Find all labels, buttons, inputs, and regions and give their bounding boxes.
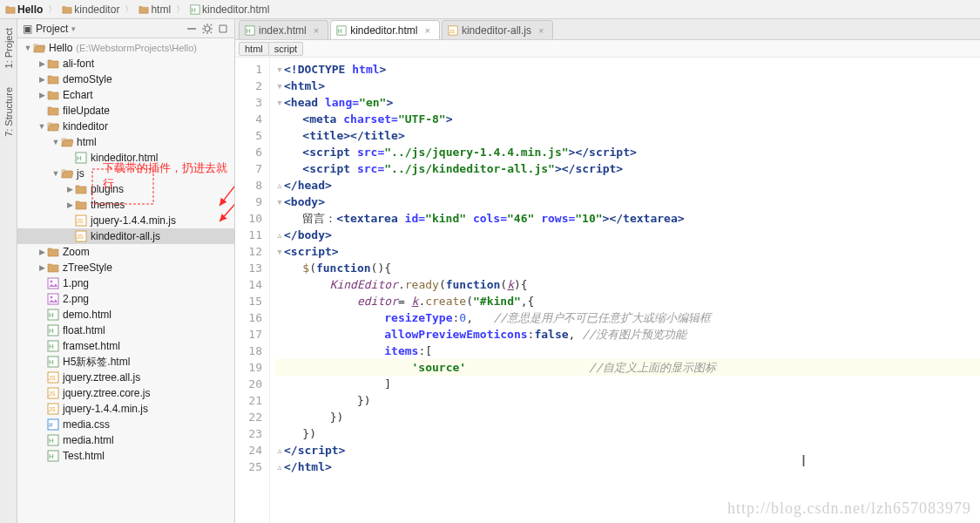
tree-arrow-right-icon[interactable]: ▶ [37, 91, 47, 99]
project-view-combo[interactable]: ▣ [23, 23, 32, 35]
js-icon [47, 387, 59, 399]
code-line[interactable]: ▾<body> [275, 194, 980, 210]
project-tree[interactable]: 下载带的插件，扔进去就行 ▼Hello(E:\WebstormProjects\… [17, 38, 234, 523]
tree-arrow-right-icon[interactable]: ▶ [37, 263, 47, 272]
folder-icon [47, 262, 59, 274]
tree-item[interactable]: ▶plugins [17, 181, 234, 197]
code-line[interactable]: }) [275, 392, 980, 409]
html-icon [47, 450, 59, 462]
tree-item[interactable]: ▼html [17, 134, 234, 150]
editor-tab[interactable]: kindeditor-all.js× [442, 20, 553, 39]
editor-tab[interactable]: index.html× [239, 20, 328, 39]
hide-icon[interactable] [217, 23, 229, 35]
gutter-line: 7 [235, 160, 262, 177]
code-line[interactable]: $(function(){ [275, 260, 980, 276]
js-icon [448, 25, 458, 36]
code-line[interactable]: ▾<html> [275, 78, 980, 94]
tree-item[interactable]: ▼kindeditor [17, 119, 234, 134]
code-line[interactable]: editor= k.create("#kind",{ [275, 293, 980, 309]
breadcrumb-item[interactable]: kindeditor.html [190, 3, 269, 16]
editor-tab[interactable]: kindeditor.html× [330, 20, 440, 39]
code-line[interactable]: ] [275, 376, 980, 392]
tree-item[interactable]: media.html [17, 432, 234, 448]
tree-arrow-right-icon[interactable]: ▶ [64, 185, 75, 194]
tree-item[interactable]: ▶Zoom [17, 244, 234, 260]
tool-tab-project[interactable]: 1: Project [2, 23, 16, 73]
tree-arrow-right-icon[interactable]: ▶ [37, 75, 47, 84]
code-line[interactable]: 留言：<textarea id="kind" cols="46" rows="1… [275, 210, 980, 227]
gutter-line: 20 [235, 376, 262, 392]
tree-item[interactable]: float.html [17, 323, 234, 338]
tree-item-label: themes [91, 199, 125, 211]
tree-arrow-down-icon[interactable]: ▼ [37, 122, 47, 131]
chevron-right-icon: 〉 [123, 3, 135, 16]
tree-item[interactable]: ▶ali-font [17, 56, 234, 71]
tree-item[interactable]: jquery-1.4.4.min.js [17, 213, 234, 228]
code-line[interactable]: <script src="../js/kindeditor-all.js"></… [275, 160, 980, 177]
tree-item[interactable]: kindeditor-all.js [17, 228, 234, 244]
close-icon[interactable]: × [314, 25, 319, 36]
project-panel-header: ▣ Project ▾ [17, 19, 234, 38]
tree-item[interactable]: jquery.ztree.core.js [17, 385, 234, 401]
tree-item[interactable]: ▶zTreeStyle [17, 260, 234, 275]
code-line[interactable]: ▾<script> [275, 243, 980, 260]
img-icon [47, 277, 59, 289]
tree-item[interactable]: kindeditor.html [17, 150, 234, 166]
js-icon [47, 371, 59, 384]
tree-item[interactable]: Test.html [17, 448, 234, 464]
tree-item[interactable]: ▼js [17, 166, 234, 181]
tree-item[interactable]: framset.html [17, 338, 234, 354]
code-line[interactable]: 'source' //自定义上面的显示图标 [275, 359, 980, 376]
code-line[interactable]: <script src="../js/jquery-1.4.4.min.js">… [275, 144, 980, 160]
code-line[interactable]: allowPreviewEmoticons:false, //没有图片预览功能 [275, 326, 980, 343]
gutter-line: 16 [235, 309, 262, 326]
tree-item[interactable]: jquery.ztree.all.js [17, 370, 234, 385]
code-line[interactable]: ▾<!DOCTYPE html> [275, 61, 980, 78]
structure-crumb[interactable]: script [268, 42, 303, 56]
tree-arrow-down-icon[interactable]: ▼ [51, 169, 61, 178]
code-line[interactable]: ▵</body> [275, 227, 980, 243]
tree-arrow-right-icon[interactable]: ▶ [37, 59, 47, 68]
breadcrumb-item[interactable]: Hello [5, 3, 43, 16]
code-line[interactable]: ▵</head> [275, 177, 980, 194]
tree-item[interactable]: ▶themes [17, 197, 234, 213]
code-line[interactable]: ▵</html> [275, 458, 980, 475]
tree-item[interactable]: ▼Hello(E:\WebstormProjects\Hello) [17, 40, 234, 56]
tree-item[interactable]: 1.png [17, 275, 234, 291]
tree-arrow-right-icon[interactable]: ▶ [64, 200, 75, 209]
tree-item[interactable]: H5新标签.html [17, 354, 234, 370]
tree-arrow-down-icon[interactable]: ▼ [51, 138, 61, 146]
code-editor[interactable]: ▾<!DOCTYPE html>▾<html>▾<head lang="en">… [270, 58, 980, 523]
tree-item[interactable]: ▶demoStyle [17, 71, 234, 87]
code-line[interactable]: <title></title> [275, 127, 980, 144]
tree-item-label: media.css [63, 418, 110, 431]
tree-item[interactable]: 2.png [17, 291, 234, 307]
breadcrumb-label: Hello [17, 3, 43, 16]
code-line[interactable]: }) [275, 425, 980, 442]
code-line[interactable]: items:[ [275, 343, 980, 359]
chevron-right-icon: 〉 [46, 3, 58, 16]
code-line[interactable]: }) [275, 409, 980, 425]
close-icon[interactable]: × [538, 25, 544, 36]
breadcrumb-item[interactable]: kindeditor [62, 3, 119, 16]
code-line[interactable]: ▵</script> [275, 442, 980, 458]
gear-icon[interactable] [201, 23, 213, 35]
tree-item[interactable]: media.css [17, 417, 234, 432]
project-panel: ▣ Project ▾ 下载带的插件，扔进去就行 ▼Hello(E:\Webst… [17, 19, 235, 523]
structure-crumb[interactable]: html [239, 42, 269, 56]
tree-arrow-right-icon[interactable]: ▶ [37, 248, 47, 256]
tool-tab-structure[interactable]: 7: Structure [2, 82, 16, 142]
code-line[interactable]: KindEditor.ready(function(k){ [275, 276, 980, 293]
tree-arrow-down-icon[interactable]: ▼ [23, 44, 33, 52]
autoscroll-icon[interactable] [186, 23, 198, 35]
breadcrumb-item[interactable]: html [139, 3, 171, 16]
tree-item-label: media.html [63, 434, 114, 446]
tree-item[interactable]: demo.html [17, 307, 234, 323]
close-icon[interactable]: × [425, 25, 430, 36]
code-line[interactable]: ▾<head lang="en"> [275, 94, 980, 111]
tree-item[interactable]: ▶Echart [17, 87, 234, 103]
code-line[interactable]: <meta charset="UTF-8"> [275, 111, 980, 127]
tree-item[interactable]: jquery-1.4.4.min.js [17, 401, 234, 417]
code-line[interactable]: resizeType:0, //意思是用户不可已任意扩大或缩小编辑框 [275, 309, 980, 326]
tree-item[interactable]: fileUpdate [17, 103, 234, 119]
